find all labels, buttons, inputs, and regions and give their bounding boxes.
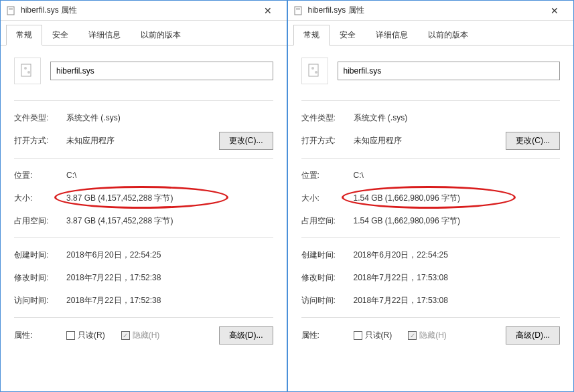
divider bbox=[301, 237, 561, 238]
tab-security[interactable]: 安全 bbox=[330, 25, 366, 45]
svg-rect-6 bbox=[295, 7, 301, 15]
row-filetype: 文件类型: 系统文件 (.sys) bbox=[14, 108, 273, 128]
divider bbox=[14, 100, 273, 101]
svg-rect-7 bbox=[296, 8, 300, 9]
value-accessed: 2018年7月22日，17:53:08 bbox=[354, 295, 561, 306]
label-size: 大小: bbox=[14, 193, 66, 204]
file-type-icon bbox=[14, 58, 41, 84]
window-title: hiberfil.sys 属性 bbox=[21, 5, 255, 16]
hidden-checkbox-group: ✓ 隐藏(H) bbox=[408, 330, 447, 341]
readonly-checkbox-group[interactable]: 只读(R) bbox=[66, 330, 105, 341]
row-openwith: 打开方式: 未知应用程序 更改(C)... bbox=[14, 130, 273, 151]
svg-point-11 bbox=[315, 71, 317, 74]
svg-point-4 bbox=[24, 67, 27, 70]
svg-rect-0 bbox=[7, 7, 14, 15]
value-size: 1.54 GB (1,662,980,096 字节) bbox=[354, 193, 561, 204]
tab-bar: 常规 安全 详细信息 以前的版本 bbox=[1, 21, 287, 45]
advanced-button[interactable]: 高级(D)... bbox=[219, 326, 273, 345]
label-location: 位置: bbox=[301, 170, 354, 181]
svg-rect-8 bbox=[296, 9, 300, 10]
checkbox-icon bbox=[66, 331, 75, 340]
filename-input[interactable] bbox=[50, 62, 273, 80]
label-location: 位置: bbox=[14, 170, 66, 181]
divider bbox=[301, 100, 561, 101]
divider bbox=[14, 158, 273, 159]
tab-bar: 常规 安全 详细信息 以前的版本 bbox=[288, 21, 574, 45]
tab-previous[interactable]: 以前的版本 bbox=[418, 25, 478, 45]
hidden-label: 隐藏(H) bbox=[419, 330, 447, 341]
divider bbox=[301, 158, 561, 159]
label-openwith: 打开方式: bbox=[14, 135, 66, 146]
row-diskspace: 占用空间: 1.54 GB (1,662,980,096 字节) bbox=[301, 211, 561, 231]
titlebar: hiberfil.sys 属性 ✕ bbox=[1, 1, 287, 21]
svg-rect-2 bbox=[9, 9, 13, 10]
file-type-icon bbox=[301, 58, 328, 84]
window-title: hiberfil.sys 属性 bbox=[308, 5, 542, 16]
value-modified: 2018年7月22日，17:53:08 bbox=[354, 272, 561, 284]
value-filetype: 系统文件 (.sys) bbox=[66, 112, 273, 124]
tab-general[interactable]: 常规 bbox=[293, 25, 330, 45]
checkbox-icon: ✓ bbox=[121, 331, 130, 340]
value-openwith: 未知应用程序 bbox=[66, 135, 219, 146]
change-button[interactable]: 更改(C)... bbox=[506, 132, 560, 150]
row-created: 创建时间: 2018年6月20日，22:54:25 bbox=[14, 245, 273, 265]
row-size: 大小: 1.54 GB (1,662,980,096 字节) bbox=[301, 188, 561, 208]
svg-point-5 bbox=[27, 71, 30, 74]
row-created: 创建时间: 2018年6月20日，22:54:25 bbox=[301, 245, 561, 265]
tab-previous[interactable]: 以前的版本 bbox=[131, 25, 191, 45]
checkbox-icon bbox=[354, 331, 362, 340]
label-modified: 修改时间: bbox=[301, 272, 354, 284]
label-diskspace: 占用空间: bbox=[14, 215, 66, 227]
close-button[interactable]: ✕ bbox=[541, 1, 568, 20]
row-location: 位置: C:\ bbox=[14, 165, 273, 185]
value-openwith: 未知应用程序 bbox=[354, 135, 506, 146]
file-icon bbox=[293, 5, 304, 16]
hidden-label: 隐藏(H) bbox=[133, 330, 160, 341]
label-diskspace: 占用空间: bbox=[301, 215, 354, 227]
label-accessed: 访问时间: bbox=[14, 295, 66, 306]
filename-input[interactable] bbox=[338, 62, 561, 80]
row-location: 位置: C:\ bbox=[301, 165, 561, 185]
advanced-button[interactable]: 高级(D)... bbox=[506, 326, 560, 345]
tab-security[interactable]: 安全 bbox=[42, 25, 78, 45]
value-location: C:\ bbox=[66, 171, 273, 180]
row-size: 大小: 3.87 GB (4,157,452,288 字节) bbox=[14, 188, 273, 208]
tab-general[interactable]: 常规 bbox=[6, 25, 42, 45]
value-created: 2018年6月20日，22:54:25 bbox=[354, 250, 561, 261]
tab-details[interactable]: 详细信息 bbox=[366, 25, 418, 45]
divider bbox=[301, 317, 561, 318]
hidden-checkbox-group: ✓ 隐藏(H) bbox=[121, 330, 160, 341]
file-header-row bbox=[14, 58, 273, 84]
svg-point-10 bbox=[311, 67, 314, 70]
change-button[interactable]: 更改(C)... bbox=[219, 132, 273, 150]
value-diskspace: 1.54 GB (1,662,980,096 字节) bbox=[354, 215, 561, 227]
label-openwith: 打开方式: bbox=[301, 135, 354, 146]
row-filetype: 文件类型: 系统文件 (.sys) bbox=[301, 108, 561, 128]
label-size: 大小: bbox=[301, 193, 354, 204]
row-attributes: 属性: 只读(R) ✓ 隐藏(H) 高级(D)... bbox=[301, 324, 561, 346]
file-icon bbox=[6, 5, 17, 16]
row-accessed: 访问时间: 2018年7月22日，17:53:08 bbox=[301, 290, 561, 310]
titlebar: hiberfil.sys 属性 ✕ bbox=[288, 1, 574, 21]
label-filetype: 文件类型: bbox=[14, 112, 66, 124]
value-created: 2018年6月20日，22:54:25 bbox=[66, 250, 273, 261]
readonly-checkbox-group[interactable]: 只读(R) bbox=[354, 330, 392, 341]
value-location: C:\ bbox=[354, 171, 561, 180]
value-modified: 2018年7月22日，17:52:38 bbox=[66, 272, 273, 284]
close-button[interactable]: ✕ bbox=[255, 1, 281, 20]
properties-dialog-left: hiberfil.sys 属性 ✕ 常规 安全 详细信息 以前的版本 文件类型:… bbox=[0, 0, 287, 392]
label-modified: 修改时间: bbox=[14, 272, 66, 284]
svg-rect-1 bbox=[9, 8, 13, 9]
value-accessed: 2018年7月22日，17:52:38 bbox=[66, 295, 273, 306]
label-attributes: 属性: bbox=[14, 330, 66, 341]
tab-details[interactable]: 详细信息 bbox=[78, 25, 131, 45]
label-attributes: 属性: bbox=[301, 330, 354, 341]
value-size: 3.87 GB (4,157,452,288 字节) bbox=[66, 193, 273, 204]
value-filetype: 系统文件 (.sys) bbox=[354, 112, 561, 124]
readonly-label: 只读(R) bbox=[78, 330, 105, 341]
properties-dialog-right: hiberfil.sys 属性 ✕ 常规 安全 详细信息 以前的版本 文件类型:… bbox=[287, 0, 575, 392]
size-text: 3.87 GB (4,157,452,288 字节) bbox=[66, 193, 173, 203]
row-diskspace: 占用空间: 3.87 GB (4,157,452,288 字节) bbox=[14, 211, 273, 231]
label-created: 创建时间: bbox=[301, 250, 354, 261]
row-attributes: 属性: 只读(R) ✓ 隐藏(H) 高级(D)... bbox=[14, 324, 273, 346]
